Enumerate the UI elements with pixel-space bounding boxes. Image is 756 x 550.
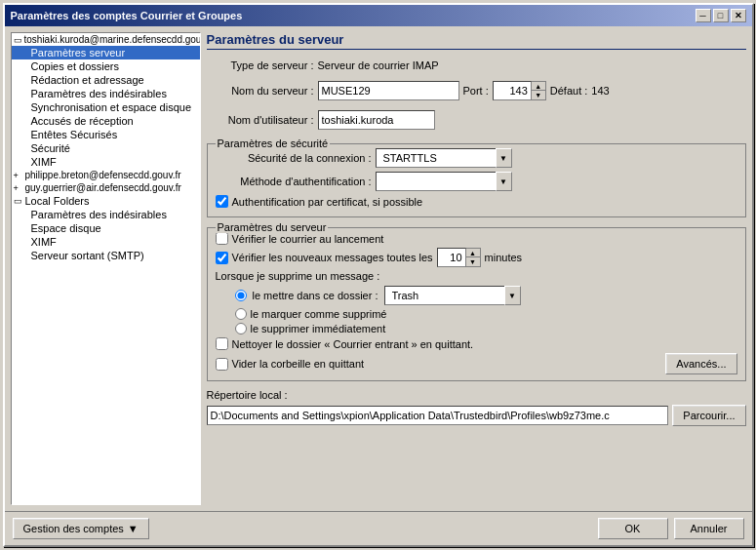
port-spin-down[interactable]: ▼ <box>532 91 545 99</box>
minimize-button[interactable]: ─ <box>696 9 711 22</box>
minutes-spin-up[interactable]: ▲ <box>466 249 480 257</box>
title-bar: Paramètres des comptes Courrier et Group… <box>5 5 752 26</box>
server-name-label: Nom du serveur : <box>207 85 314 97</box>
manage-accounts-section: Gestion des comptes ▼ <box>13 518 149 539</box>
security-group-label: Paramètres de sécurité <box>216 138 331 149</box>
maximize-button[interactable]: □ <box>713 9 729 22</box>
dialog-title: Paramètres des comptes Courrier et Group… <box>11 10 243 21</box>
check-new-row: Vérifier les nouveaux messages toutes le… <box>216 248 737 267</box>
trash-select[interactable]: Trash <box>384 286 521 305</box>
server-params-group: Paramètres du serveur Vérifier le courri… <box>207 227 746 381</box>
move-to-folder-row: le mettre dans ce dossier : Trash ▼ <box>235 286 737 305</box>
minutes-spin-buttons: ▲ ▼ <box>466 248 481 267</box>
move-to-folder-label: le mettre dans ce dossier : <box>253 290 378 301</box>
check-new-checkbox[interactable] <box>216 252 228 264</box>
clean-inbox-row: Nettoyer le dossier « Courrier entrant »… <box>216 337 737 350</box>
expand-toggle-guy: + <box>14 183 23 193</box>
delete-message-row: Lorsque je supprime un message : <box>216 270 737 282</box>
close-button[interactable]: ✕ <box>731 9 746 22</box>
auth-method-label: Méthode d'authentification : <box>216 176 372 187</box>
dialog-content: ▭ toshiaki.kuroda@marine.defensecdd.gouv… <box>5 26 752 511</box>
account-toshiaki[interactable]: ▭ toshiaki.kuroda@marine.defensecdd.gouv… <box>12 33 200 46</box>
sidebar-item-local-smtp[interactable]: Serveur sortant (SMTP) <box>12 249 200 262</box>
left-panel: ▭ toshiaki.kuroda@marine.defensecdd.gouv… <box>11 32 201 505</box>
sidebar-item-synchro[interactable]: Synchronisation et espace disque <box>12 100 200 114</box>
clean-inbox-checkbox[interactable] <box>216 337 228 350</box>
delete-immediately-radio[interactable] <box>235 323 247 334</box>
local-dir-label: Répertoire local : <box>207 389 288 401</box>
cert-auth-label: Authentification par certificat, si poss… <box>232 196 423 208</box>
empty-trash-checkbox[interactable] <box>216 358 228 371</box>
server-name-row: Nom du serveur : Port : ▲ ▼ Défaut : 143 <box>207 81 746 100</box>
account-local-label: Local Folders <box>25 195 90 207</box>
mark-deleted-radio[interactable] <box>235 308 247 320</box>
empty-trash-advanced-row: Vider la corbeille en quittant Avancés..… <box>216 353 737 374</box>
connection-security-select[interactable]: STARTTLS <box>376 148 512 168</box>
sidebar-item-parametres-serveur[interactable]: Paramètres serveur <box>12 46 200 59</box>
sidebar-item-entetes[interactable]: Entêtes Sécurisés <box>12 128 200 141</box>
local-dir-input[interactable] <box>207 406 669 425</box>
port-spin-up[interactable]: ▲ <box>532 82 545 91</box>
security-group: Paramètres de sécurité Sécurité de la co… <box>207 143 746 217</box>
cert-auth-row: Authentification par certificat, si poss… <box>216 195 737 208</box>
sidebar-item-redaction[interactable]: Rédaction et adressage <box>12 73 200 87</box>
manage-accounts-dropdown-icon: ▼ <box>128 523 139 534</box>
port-spin-buttons: ▲ ▼ <box>532 81 546 100</box>
advanced-button[interactable]: Avancés... <box>665 353 736 374</box>
browse-button[interactable]: Parcourir... <box>672 405 745 426</box>
delete-message-label: Lorsque je supprime un message : <box>216 270 380 282</box>
check-launch-row: Vérifier le courrier au lancement <box>216 232 737 245</box>
connection-security-label: Sécurité de la connexion : <box>216 152 372 164</box>
sidebar-item-local-ximf[interactable]: XIMF <box>12 235 200 249</box>
ok-button[interactable]: OK <box>598 518 668 539</box>
account-guy[interactable]: + guy.guerrier@air.defensecdd.gouv.fr <box>12 181 200 194</box>
local-dir-label-row: Répertoire local : <box>207 389 746 401</box>
mark-deleted-label: le marquer comme supprimé <box>251 308 387 320</box>
default-label: Défaut : <box>550 85 588 97</box>
section-title: Paramètres du serveur <box>207 32 746 50</box>
default-value: 143 <box>591 85 609 97</box>
move-to-folder-radio[interactable] <box>235 290 247 301</box>
account-local[interactable]: ▭ Local Folders <box>12 194 200 208</box>
manage-accounts-button[interactable]: Gestion des comptes ▼ <box>13 518 149 539</box>
connection-security-select-wrapper: STARTTLS ▼ <box>376 148 512 168</box>
delete-immediately-label: le supprimer immédiatement <box>251 323 386 334</box>
server-name-input[interactable] <box>318 81 459 100</box>
check-new-label: Vérifier les nouveaux messages toutes le… <box>232 252 433 263</box>
cancel-button[interactable]: Annuler <box>674 518 744 539</box>
port-spin: ▲ ▼ <box>493 81 546 100</box>
delete-immediately-row: le supprimer immédiatement <box>235 323 737 334</box>
auth-method-select[interactable] <box>376 172 512 191</box>
account-toshiaki-label: toshiaki.kuroda@marine.defensecdd.gouv.f… <box>24 34 200 45</box>
auth-method-select-wrapper: ▼ <box>376 172 512 191</box>
username-row: Nom d'utilisateur : <box>207 110 746 130</box>
port-input[interactable] <box>493 81 532 100</box>
cert-auth-checkbox[interactable] <box>216 195 228 208</box>
expand-toggle-local: ▭ <box>14 196 23 206</box>
connection-security-row: Sécurité de la connexion : STARTTLS ▼ <box>216 148 737 168</box>
right-panel: Paramètres du serveur Type de serveur : … <box>207 32 746 505</box>
sidebar-item-securite[interactable]: Sécurité <box>12 141 200 155</box>
minutes-spin: ▲ ▼ <box>437 248 481 267</box>
sidebar-item-copies-dossiers[interactable]: Copies et dossiers <box>12 59 200 73</box>
account-philippe[interactable]: + philippe.breton@defensecdd.gouv.fr <box>12 169 200 181</box>
empty-trash-row: Vider la corbeille en quittant <box>216 358 365 371</box>
sidebar-item-accuses[interactable]: Accusés de réception <box>12 114 200 128</box>
minutes-spin-down[interactable]: ▼ <box>466 257 480 266</box>
trash-select-wrapper: Trash ▼ <box>384 286 521 305</box>
minutes-input[interactable] <box>437 248 466 267</box>
account-guy-label: guy.guerrier@air.defensecdd.gouv.fr <box>25 182 181 193</box>
server-type-row: Type de serveur : Serveur de courrier IM… <box>207 59 746 71</box>
sidebar-item-local-indesirables[interactable]: Paramètres des indésirables <box>12 208 200 221</box>
check-launch-label: Vérifier le courrier au lancement <box>232 233 384 245</box>
minutes-label: minutes <box>485 252 523 263</box>
check-launch-checkbox[interactable] <box>216 232 228 245</box>
username-input[interactable] <box>318 110 435 130</box>
server-type-label: Type de serveur : <box>207 59 314 71</box>
sidebar-item-ximf[interactable]: XIMF <box>12 155 200 169</box>
manage-accounts-label: Gestion des comptes <box>23 523 124 534</box>
sidebar-item-indesirables[interactable]: Paramètres des indésirables <box>12 87 200 100</box>
account-philippe-label: philippe.breton@defensecdd.gouv.fr <box>25 170 181 180</box>
delete-options-group: le mettre dans ce dossier : Trash ▼ le m… <box>235 286 737 334</box>
sidebar-item-local-espace[interactable]: Espace disque <box>12 221 200 235</box>
